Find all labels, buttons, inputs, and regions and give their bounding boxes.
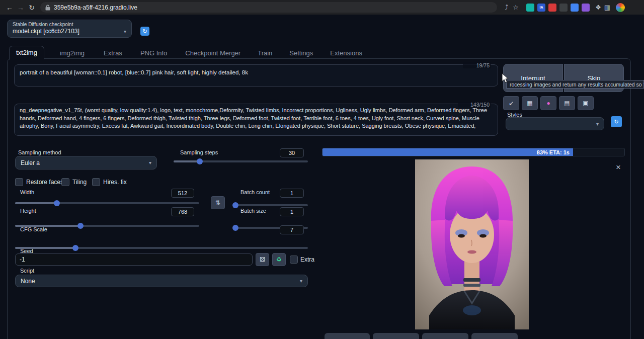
profile-avatar[interactable] <box>616 3 625 12</box>
slider-handle[interactable] <box>232 225 238 231</box>
sampling-steps-input[interactable] <box>280 148 304 157</box>
hires-fix-option[interactable]: Hires. fix <box>92 178 127 186</box>
chevron-down-icon: ▾ <box>124 29 126 34</box>
checkpoint-refresh-button[interactable]: ↻ <box>140 27 149 36</box>
progress-text: 83% ETA: 1s <box>537 149 570 155</box>
extension-icon-dark[interactable] <box>559 4 568 12</box>
styles-refresh-button[interactable]: ↻ <box>611 116 622 127</box>
slider-handle[interactable] <box>197 158 203 164</box>
sampling-steps-label: Sampling steps <box>180 149 218 155</box>
bookmark-star-icon[interactable]: ☆ <box>511 3 520 12</box>
styles-dropdown[interactable]: ▾ <box>506 117 604 130</box>
script-value: None <box>21 278 35 285</box>
checkpoint-value: model.ckpt [cc6cb27103] <box>13 28 79 35</box>
slider-handle[interactable] <box>54 200 60 206</box>
arrow-down-left-icon: ↙ <box>509 100 514 107</box>
tab-txt2img[interactable]: txt2img <box>9 46 44 60</box>
prompt-token-counter: 19/75 <box>463 62 491 68</box>
slider-handle[interactable] <box>77 223 84 229</box>
extension-icon-red[interactable] <box>548 4 556 12</box>
paste-params-button[interactable]: ↙ <box>503 96 519 110</box>
width-slider[interactable] <box>15 202 199 204</box>
prompt-textarea[interactable]: portrait of a beautiful [woman::0.1] rob… <box>15 65 498 86</box>
tab-checkpoint-merger[interactable]: Checkpoint Merger <box>179 47 247 60</box>
restore-faces-checkbox[interactable] <box>15 178 23 186</box>
chevron-down-icon: ▾ <box>300 278 302 284</box>
chevron-down-icon: ▾ <box>596 121 599 127</box>
extensions-puzzle-icon[interactable]: ❖ <box>594 3 603 12</box>
swap-dimensions-button[interactable]: ⇅ <box>211 196 225 209</box>
tab-extras[interactable]: Extras <box>97 47 129 60</box>
sampling-method-dropdown[interactable]: Euler a ▾ <box>15 156 157 170</box>
negative-prompt-box: ng_deepnegative_v1_75t, (worst quality, … <box>14 104 498 136</box>
tab-png-info[interactable]: PNG Info <box>134 47 174 60</box>
interrupt-tooltip: rocessing images and return any results … <box>506 80 644 89</box>
side-panel-icon[interactable]: ▥ <box>603 3 612 12</box>
sampling-steps-slider[interactable] <box>174 160 308 162</box>
reuse-seed-button[interactable]: ♻ <box>272 253 286 266</box>
progress-bar: 83% ETA: 1s <box>322 148 625 156</box>
tiling-option[interactable]: Tiling <box>61 178 87 186</box>
random-seed-button[interactable]: ⚄ <box>256 253 269 266</box>
script-label: Script <box>20 268 34 274</box>
prompt-box: portrait of a beautiful [woman::0.1] rob… <box>14 64 498 87</box>
clipboard-icon: ▤ <box>564 100 570 107</box>
clear-prompt-button[interactable]: ▦ <box>522 96 538 110</box>
width-input[interactable] <box>171 189 194 198</box>
extra-networks-button[interactable]: ● <box>540 96 556 110</box>
sampling-method-label: Sampling method <box>18 149 61 155</box>
seed-extra-label: Extra <box>300 256 314 263</box>
height-input[interactable] <box>171 207 194 216</box>
hires-fix-label: Hires. fix <box>103 179 127 186</box>
extension-icon-purple[interactable] <box>582 4 590 12</box>
generated-image[interactable] <box>415 159 529 329</box>
tiling-checkbox[interactable] <box>61 178 69 186</box>
dice-icon: ⚄ <box>260 256 265 263</box>
height-label: Height <box>20 208 36 214</box>
stable-diffusion-webui: ← → ↻ 359e5b9a-a5ff-4216.gradio.live ⤴ ☆… <box>0 0 644 339</box>
tab-settings[interactable]: Settings <box>283 47 319 60</box>
script-dropdown[interactable]: None ▾ <box>15 275 308 287</box>
save-button[interactable] <box>325 333 370 339</box>
width-label: Width <box>20 189 34 195</box>
tab-train[interactable]: Train <box>251 47 279 60</box>
cfg-scale-slider[interactable] <box>15 247 308 249</box>
batch-count-input[interactable] <box>280 189 304 198</box>
apply-style-button[interactable]: ▤ <box>559 96 575 110</box>
negative-prompt-textarea[interactable]: ng_deepnegative_v1_75t, (worst quality, … <box>15 104 498 135</box>
tiling-label: Tiling <box>72 179 87 186</box>
negative-token-counter: 143/150 <box>458 102 491 108</box>
checkpoint-dropdown[interactable]: Stable Diffusion checkpoint model.ckpt [… <box>7 20 132 38</box>
slider-handle[interactable] <box>232 202 238 208</box>
send-to-extras-button[interactable] <box>471 333 518 339</box>
batch-count-slider[interactable] <box>235 204 308 206</box>
share-icon[interactable]: ⤴ <box>502 3 511 12</box>
tab-img2img[interactable]: img2img <box>53 47 91 60</box>
grid-icon: ▦ <box>527 100 532 107</box>
extension-icon-blue[interactable] <box>571 4 579 12</box>
restore-faces-label: Restore faces <box>26 179 63 186</box>
close-image-button[interactable]: × <box>614 163 622 172</box>
batch-size-input[interactable] <box>280 207 304 216</box>
extension-icon-teal[interactable] <box>526 4 534 12</box>
cfg-scale-input[interactable] <box>280 225 304 234</box>
seed-extra-option[interactable]: Extra <box>290 256 314 264</box>
extension-icon-ia[interactable]: IA <box>537 4 545 12</box>
swap-icon: ⇅ <box>215 199 220 206</box>
browser-toolbar: ← → ↻ 359e5b9a-a5ff-4216.gradio.live ⤴ ☆… <box>0 0 644 15</box>
restore-faces-option[interactable]: Restore faces <box>15 178 63 186</box>
browser-reload-button[interactable]: ↻ <box>26 2 37 13</box>
seed-extra-checkbox[interactable] <box>290 256 298 264</box>
browser-forward-button[interactable]: → <box>15 2 26 13</box>
send-to-inpaint-button[interactable] <box>422 333 468 339</box>
tab-extensions[interactable]: Extensions <box>324 47 369 60</box>
send-to-img2img-button[interactable] <box>373 333 419 339</box>
slider-handle[interactable] <box>72 245 78 251</box>
url-bar[interactable]: 359e5b9a-a5ff-4216.gradio.live <box>40 2 497 13</box>
browser-back-button[interactable]: ← <box>4 2 15 13</box>
save-icon: ▣ <box>583 100 588 107</box>
seed-input[interactable] <box>15 253 253 266</box>
save-style-button[interactable]: ▣ <box>578 96 594 110</box>
lock-icon <box>45 5 50 11</box>
hires-fix-checkbox[interactable] <box>92 178 100 186</box>
